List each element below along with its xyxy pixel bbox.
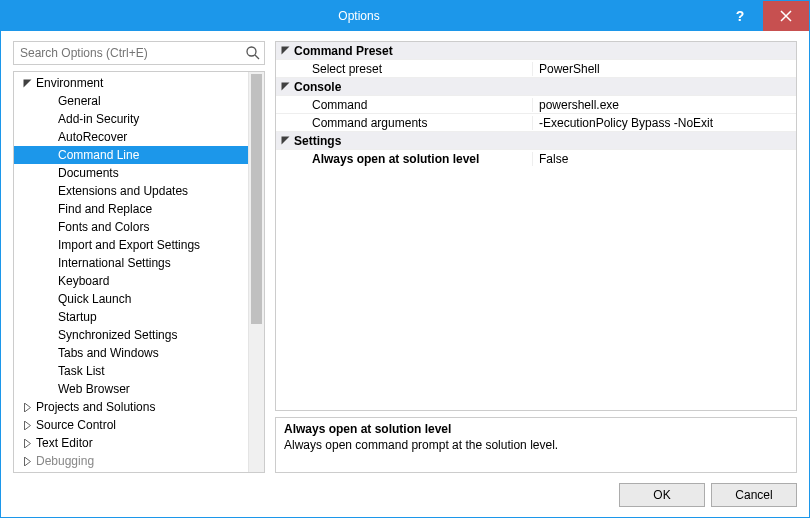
tree-node[interactable]: AutoRecover — [14, 128, 264, 146]
tree-node-label: Tabs and Windows — [56, 346, 159, 360]
collapse-icon[interactable] — [276, 82, 294, 91]
tree-node[interactable]: Keyboard — [14, 272, 264, 290]
property-category-label: Console — [294, 80, 796, 94]
tree-indent — [42, 184, 56, 198]
tree-indent — [42, 346, 56, 360]
tree-node[interactable]: Fonts and Colors — [14, 218, 264, 236]
property-row[interactable]: Command arguments-ExecutionPolicy Bypass… — [276, 114, 796, 132]
property-row[interactable]: Always open at solution levelFalse — [276, 150, 796, 168]
tree-node-label: Task List — [56, 364, 105, 378]
tree-node-label: General — [56, 94, 101, 108]
property-category[interactable]: Command Preset — [276, 42, 796, 60]
expand-icon[interactable] — [20, 454, 34, 468]
tree-node[interactable]: Documents — [14, 164, 264, 182]
cancel-button[interactable]: Cancel — [711, 483, 797, 507]
window-controls: ? — [717, 1, 809, 31]
tree-node[interactable]: Projects and Solutions — [14, 398, 264, 416]
tree-node[interactable]: Tabs and Windows — [14, 344, 264, 362]
tree-node[interactable]: Find and Replace — [14, 200, 264, 218]
property-name: Command — [294, 98, 532, 112]
window-title: Options — [1, 9, 717, 23]
scrollbar-thumb[interactable] — [251, 74, 262, 324]
tree-node-label: Startup — [56, 310, 97, 324]
property-value[interactable]: -ExecutionPolicy Bypass -NoExit — [532, 116, 796, 130]
description-text: Always open command prompt at the soluti… — [284, 438, 788, 452]
tree-indent — [42, 256, 56, 270]
tree-node[interactable]: Environment — [14, 74, 264, 92]
tree-node-label: Add-in Security — [56, 112, 139, 126]
ok-button[interactable]: OK — [619, 483, 705, 507]
tree-node[interactable]: Quick Launch — [14, 290, 264, 308]
expand-icon[interactable] — [20, 418, 34, 432]
tree-node-label: Text Editor — [34, 436, 93, 450]
property-value[interactable]: powershell.exe — [532, 98, 796, 112]
tree-indent — [42, 310, 56, 324]
svg-point-0 — [247, 47, 256, 56]
property-row[interactable]: Select presetPowerShell — [276, 60, 796, 78]
options-tree: EnvironmentGeneralAdd-in SecurityAutoRec… — [13, 71, 265, 473]
expand-icon[interactable] — [20, 436, 34, 450]
tree-node[interactable]: Synchronized Settings — [14, 326, 264, 344]
tree-node[interactable]: General — [14, 92, 264, 110]
tree-indent — [42, 130, 56, 144]
tree-node-label: Synchronized Settings — [56, 328, 177, 342]
tree-indent — [42, 166, 56, 180]
tree-node[interactable]: Task List — [14, 362, 264, 380]
title-bar[interactable]: Options ? — [1, 1, 809, 31]
tree-indent — [42, 112, 56, 126]
search-input[interactable] — [13, 41, 265, 65]
tree-node[interactable]: Add-in Security — [14, 110, 264, 128]
tree-node-label: Projects and Solutions — [34, 400, 155, 414]
tree-node-label: Web Browser — [56, 382, 130, 396]
property-category[interactable]: Settings — [276, 132, 796, 150]
tree-indent — [42, 292, 56, 306]
collapse-icon[interactable] — [20, 76, 34, 90]
tree-node[interactable]: International Settings — [14, 254, 264, 272]
client-area: EnvironmentGeneralAdd-in SecurityAutoRec… — [1, 31, 809, 517]
tree-node[interactable]: Startup — [14, 308, 264, 326]
property-name: Command arguments — [294, 116, 532, 130]
property-category[interactable]: Console — [276, 78, 796, 96]
tree-node-label: Command Line — [56, 148, 139, 162]
tree-node-label: Keyboard — [56, 274, 109, 288]
property-category-label: Command Preset — [294, 44, 796, 58]
tree-indent — [42, 148, 56, 162]
search-icon[interactable] — [245, 45, 261, 61]
close-button[interactable] — [763, 1, 809, 31]
property-value[interactable]: PowerShell — [532, 62, 796, 76]
help-button[interactable]: ? — [717, 1, 763, 31]
property-row[interactable]: Commandpowershell.exe — [276, 96, 796, 114]
property-name: Select preset — [294, 62, 532, 76]
tree-node-label: Fonts and Colors — [56, 220, 149, 234]
collapse-icon[interactable] — [276, 136, 294, 145]
tree-indent — [42, 364, 56, 378]
tree-scrollbar[interactable] — [248, 72, 264, 472]
dialog-buttons: OK Cancel — [13, 473, 797, 507]
expand-icon[interactable] — [20, 400, 34, 414]
property-description: Always open at solution level Always ope… — [275, 417, 797, 473]
tree-indent — [42, 328, 56, 342]
tree-node-label: Import and Export Settings — [56, 238, 200, 252]
property-value[interactable]: False — [532, 152, 796, 166]
svg-line-1 — [255, 55, 259, 59]
tree-node[interactable]: Text Editor — [14, 434, 264, 452]
close-icon — [780, 10, 792, 22]
collapse-icon[interactable] — [276, 46, 294, 55]
tree-node-label: Environment — [34, 76, 103, 90]
tree-node[interactable]: Source Control — [14, 416, 264, 434]
tree-node-label: Extensions and Updates — [56, 184, 188, 198]
tree-node-label: Source Control — [34, 418, 116, 432]
property-category-label: Settings — [294, 134, 796, 148]
tree-node[interactable]: Import and Export Settings — [14, 236, 264, 254]
tree-node-label: AutoRecover — [56, 130, 127, 144]
tree-node[interactable]: Debugging — [14, 452, 264, 470]
options-dialog: Options ? EnvironmentGeneralAdd-in Secur… — [0, 0, 810, 518]
tree-node[interactable]: Extensions and Updates — [14, 182, 264, 200]
tree-node[interactable]: Web Browser — [14, 380, 264, 398]
tree-indent — [42, 382, 56, 396]
property-grid[interactable]: Command PresetSelect presetPowerShellCon… — [275, 41, 797, 411]
description-title: Always open at solution level — [284, 422, 788, 436]
tree-indent — [42, 220, 56, 234]
tree-node[interactable]: Command Line — [14, 146, 264, 164]
right-column: Command PresetSelect presetPowerShellCon… — [275, 41, 797, 473]
